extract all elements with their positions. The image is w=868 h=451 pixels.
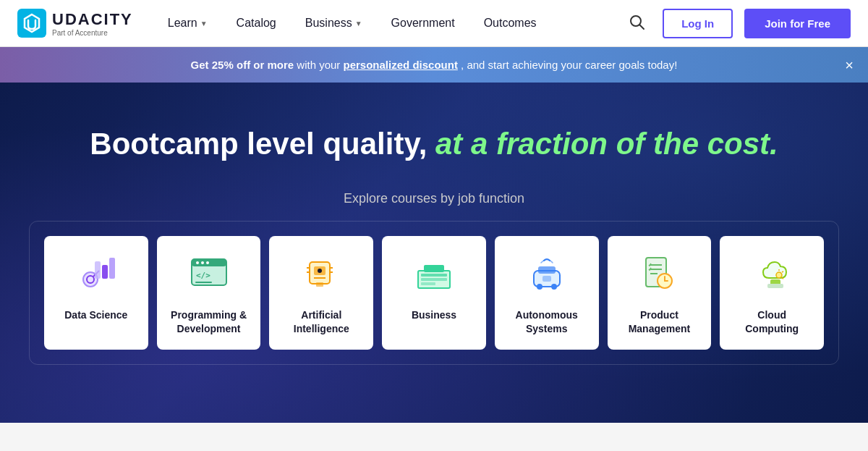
svg-point-13 [206, 261, 209, 264]
join-button[interactable]: Join for Free [744, 9, 851, 38]
navbar: UDACITY Part of Accenture Learn ▼ Catalo… [0, 0, 868, 47]
svg-line-47 [782, 278, 783, 279]
ai-icon [298, 250, 344, 297]
course-card-data-science[interactable]: Data Science [44, 236, 148, 349]
hero-section: Bootcamp level quality, at a fraction of… [0, 83, 868, 423]
course-label-ai: Artificial Intelligence [281, 308, 362, 334]
navbar-actions: Log In Join for Free [624, 9, 851, 38]
svg-rect-8 [109, 258, 115, 279]
svg-point-32 [537, 284, 542, 290]
udacity-logo-icon [17, 9, 46, 38]
search-icon [629, 14, 645, 30]
course-label-business: Business [412, 308, 456, 321]
hero-title: Bootcamp level quality, at a fraction of… [29, 126, 839, 162]
nav-outcomes[interactable]: Outcomes [472, 11, 548, 35]
course-card-business[interactable]: Business [382, 236, 486, 349]
cloud-icon [749, 250, 795, 297]
course-card-cloud[interactable]: Cloud Computing [720, 236, 824, 349]
svg-rect-26 [424, 265, 444, 272]
svg-rect-31 [538, 266, 556, 274]
business-icon [411, 250, 457, 297]
svg-point-18 [318, 269, 322, 273]
nav-business[interactable]: Business ▼ [294, 11, 374, 35]
banner-close-button[interactable]: × [845, 56, 854, 73]
svg-rect-29 [421, 282, 435, 285]
course-label-data-science: Data Science [64, 308, 127, 321]
svg-rect-28 [421, 278, 447, 281]
programming-icon: </> [186, 250, 232, 297]
course-card-ai[interactable]: Artificial Intelligence [269, 236, 373, 349]
svg-rect-24 [316, 282, 323, 287]
course-card-programming[interactable]: </> Programming & Development [157, 236, 261, 349]
logo-text: UDACITY Part of Accenture [52, 10, 133, 37]
logo-name: UDACITY [52, 10, 133, 29]
logo[interactable]: UDACITY Part of Accenture [17, 9, 133, 38]
svg-rect-27 [421, 274, 447, 277]
svg-rect-43 [767, 284, 783, 288]
svg-rect-6 [95, 261, 101, 279]
course-card-autonomous[interactable]: Autonomous Systems [495, 236, 599, 349]
course-label-autonomous: Autonomous Systems [506, 308, 587, 334]
banner-text: Get 25% off or more with your personaliz… [191, 59, 678, 71]
nav-catalog[interactable]: Catalog [225, 11, 288, 35]
courses-label: Explore courses by job function [29, 191, 839, 206]
nav-learn[interactable]: Learn ▼ [156, 11, 219, 35]
svg-point-44 [776, 272, 782, 278]
search-button[interactable] [624, 9, 651, 38]
nav-links: Learn ▼ Catalog Business ▼ Government Ou… [156, 11, 624, 35]
nav-government[interactable]: Government [380, 11, 467, 35]
business-arrow-icon: ▼ [355, 20, 362, 28]
svg-point-33 [551, 284, 557, 290]
svg-point-12 [201, 261, 204, 264]
svg-line-46 [782, 271, 783, 272]
svg-rect-0 [17, 9, 46, 38]
svg-rect-34 [542, 276, 551, 282]
course-label-programming: Programming & Development [169, 308, 250, 334]
svg-point-11 [196, 261, 199, 264]
svg-rect-7 [102, 265, 108, 279]
course-card-product[interactable]: Product Management [608, 236, 712, 349]
banner-discount-link[interactable]: personalized discount [344, 59, 458, 71]
banner-highlight: Get 25% off or more [191, 59, 294, 71]
promo-banner: Get 25% off or more with your personaliz… [0, 47, 868, 83]
hero-title-accent: at a fraction of the cost. [435, 127, 778, 161]
course-label-product: Product Management [619, 308, 700, 334]
login-button[interactable]: Log In [663, 9, 733, 38]
autonomous-icon [524, 250, 570, 297]
logo-sub: Part of Accenture [52, 29, 133, 37]
data-science-icon [73, 250, 119, 297]
product-icon [636, 250, 682, 297]
svg-text:</>: </> [196, 271, 210, 280]
learn-arrow-icon: ▼ [200, 20, 208, 28]
bottom-section: Courses Recommended for You [0, 423, 868, 451]
courses-section: Explore courses by job function Data Sci… [29, 191, 839, 364]
courses-grid: Data Science </> Programming & Developme… [29, 221, 839, 364]
svg-line-2 [639, 25, 644, 29]
course-label-cloud: Cloud Computing [731, 308, 812, 334]
